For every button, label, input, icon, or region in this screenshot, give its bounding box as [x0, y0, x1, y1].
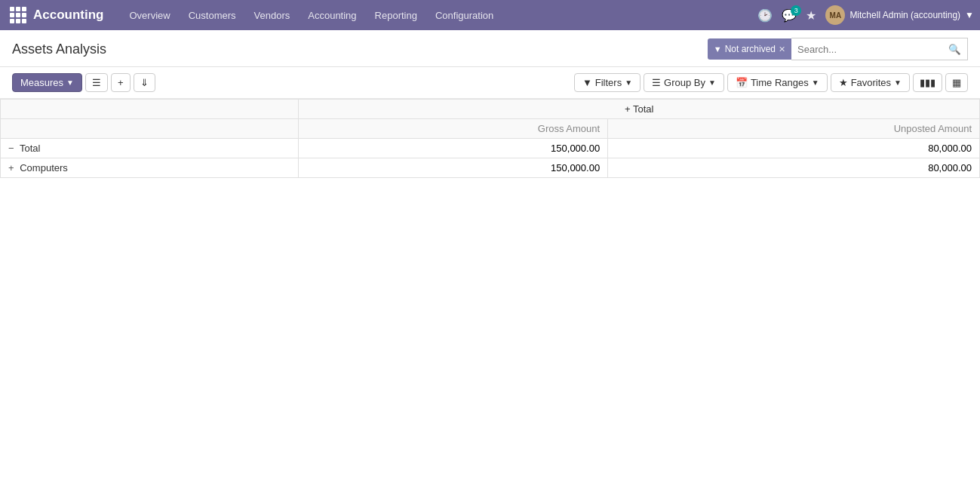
- download-icon: ⇓: [140, 77, 149, 88]
- pivot-view-button[interactable]: ▦: [945, 73, 968, 92]
- filter-funnel-icon: ▼: [582, 77, 592, 88]
- add-row-button[interactable]: +: [111, 73, 131, 92]
- active-filter-label: Not archived: [725, 44, 776, 54]
- filters-dropdown-arrow: ▼: [625, 78, 632, 87]
- computers-gross-value: 150,000.00: [299, 158, 608, 178]
- user-label: Mitchell Admin (accounting): [849, 10, 960, 20]
- computers-unposted-value: 80,000.00: [608, 158, 980, 178]
- main-menu: Overview Customers Vendors Accounting Re…: [122, 7, 755, 24]
- top-navigation: Accounting Overview Customers Vendors Ac…: [0, 0, 980, 30]
- search-bar: ▼ Not archived ✕ 🔍: [708, 38, 968, 60]
- group-by-dropdown-arrow: ▼: [708, 78, 716, 87]
- pivot-table-area: + Total Gross Amount Unposted Amount − T…: [0, 99, 980, 178]
- group-by-icon: ☰: [652, 77, 661, 88]
- measures-button[interactable]: Measures ▼: [12, 73, 82, 92]
- menu-accounting[interactable]: Accounting: [300, 7, 364, 24]
- user-dropdown-arrow: ▼: [965, 10, 974, 20]
- toolbar-right: ▼ Filters ▼ ☰ Group By ▼ 📅 Time Ranges ▼…: [574, 73, 968, 92]
- page-title: Assets Analysis: [12, 41, 106, 57]
- filter-remove-button[interactable]: ✕: [779, 45, 785, 54]
- bar-chart-icon: ▮▮▮: [920, 77, 935, 88]
- row-subheader-empty: [1, 119, 299, 139]
- apps-menu-button[interactable]: [6, 3, 30, 27]
- total-unposted-value: 80,000.00: [608, 139, 980, 158]
- star-icon: ★: [839, 77, 848, 88]
- menu-configuration[interactable]: Configuration: [428, 7, 501, 24]
- group-by-label: Group By: [664, 77, 705, 88]
- active-filter-tag: ▼ Not archived ✕: [708, 38, 791, 60]
- time-ranges-label: Time Ranges: [751, 77, 809, 88]
- group-by-button[interactable]: ☰ Group By ▼: [644, 73, 724, 92]
- total-row-label: − Total: [1, 139, 299, 158]
- favorites-button[interactable]: ★ Favorites ▼: [831, 73, 910, 92]
- table-row: − Total 150,000.00 80,000.00: [1, 139, 980, 158]
- computers-label: Computers: [20, 162, 68, 173]
- notification-bell[interactable]: 💬 3: [782, 8, 797, 23]
- search-input[interactable]: [791, 38, 942, 60]
- toolbar: Measures ▼ ☰ + ⇓ ▼ Filters ▼ ☰ Group By: [0, 67, 980, 99]
- menu-customers[interactable]: Customers: [181, 7, 244, 24]
- col-group-label: Total: [633, 103, 653, 115]
- pivot-grid-icon: ▦: [952, 77, 961, 88]
- col-gross-header: Gross Amount: [299, 119, 608, 139]
- avatar: MA: [825, 5, 845, 25]
- favorites-label: Favorites: [851, 77, 891, 88]
- notification-count: 3: [791, 5, 801, 16]
- search-submit-button[interactable]: 🔍: [942, 41, 967, 58]
- filters-button[interactable]: ▼ Filters ▼: [574, 73, 641, 92]
- pivot-settings-button[interactable]: ☰: [85, 73, 108, 92]
- pivot-settings-icon: ☰: [92, 77, 101, 88]
- computers-row-label: + Computers: [1, 158, 299, 178]
- settings-icon[interactable]: ★: [803, 5, 819, 26]
- col-unposted-header: Unposted Amount: [608, 119, 980, 139]
- favorites-dropdown-arrow: ▼: [894, 78, 902, 87]
- user-menu[interactable]: MA Mitchell Admin (accounting) ▼: [825, 5, 974, 25]
- clock-icon[interactable]: 🕑: [754, 5, 776, 26]
- calendar-icon: 📅: [736, 77, 748, 88]
- col-total-header: + Total: [299, 100, 980, 119]
- computers-expand-button[interactable]: +: [8, 162, 14, 173]
- plus-icon: +: [118, 77, 124, 88]
- measures-label: Measures: [20, 77, 63, 88]
- main-content: Assets Analysis ▼ Not archived ✕ 🔍 Measu…: [0, 30, 980, 479]
- topbar-right: 🕑 💬 3 ★ MA Mitchell Admin (accounting) ▼: [754, 5, 974, 26]
- app-title: Accounting: [33, 8, 104, 23]
- measures-dropdown-arrow: ▼: [66, 78, 74, 87]
- table-row: + Computers 150,000.00 80,000.00: [1, 158, 980, 178]
- filters-label: Filters: [595, 77, 622, 88]
- download-button[interactable]: ⇓: [134, 73, 155, 92]
- row-header-empty: [1, 100, 299, 119]
- time-ranges-dropdown-arrow: ▼: [812, 78, 819, 87]
- plus-col-icon: +: [625, 103, 631, 115]
- search-input-wrap: 🔍: [791, 38, 968, 60]
- chart-view-button[interactable]: ▮▮▮: [913, 73, 942, 92]
- page-header: Assets Analysis ▼ Not archived ✕ 🔍: [0, 30, 980, 67]
- total-gross-value: 150,000.00: [299, 139, 608, 158]
- pivot-table: + Total Gross Amount Unposted Amount − T…: [0, 99, 980, 178]
- total-collapse-button[interactable]: −: [8, 143, 14, 154]
- filter-icon: ▼: [714, 45, 722, 54]
- toolbar-left: Measures ▼ ☰ + ⇓: [12, 73, 155, 92]
- menu-overview[interactable]: Overview: [122, 7, 178, 24]
- time-ranges-button[interactable]: 📅 Time Ranges ▼: [727, 73, 828, 92]
- menu-reporting[interactable]: Reporting: [367, 7, 425, 24]
- menu-vendors[interactable]: Vendors: [247, 7, 298, 24]
- total-label: Total: [20, 143, 40, 154]
